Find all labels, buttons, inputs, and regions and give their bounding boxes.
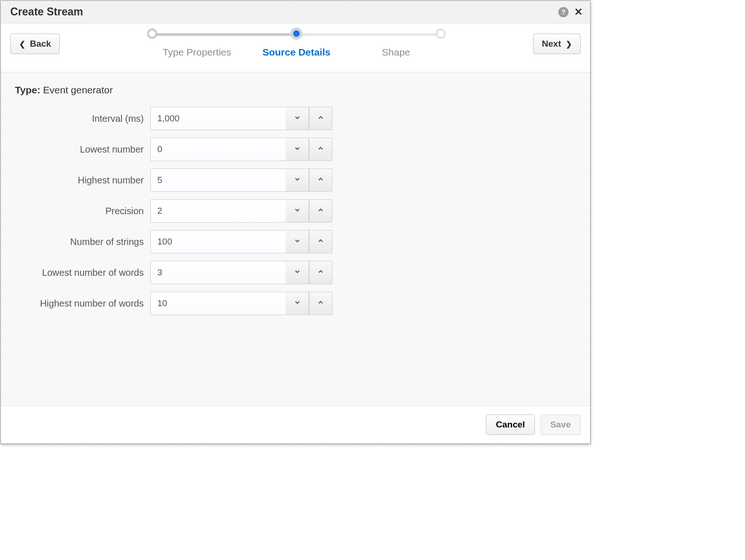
create-stream-dialog: Create Stream ? ✕ ❮ Back Type Properties <box>0 0 590 444</box>
number-spinner <box>150 138 332 161</box>
chevron-down-icon <box>294 145 301 154</box>
decrement-button[interactable] <box>286 261 309 284</box>
help-icon[interactable]: ? <box>558 7 569 17</box>
increment-button[interactable] <box>309 199 332 223</box>
increment-button[interactable] <box>309 292 332 315</box>
form-grid: Interval (ms)Lowest numberHighest number… <box>15 107 576 315</box>
chevron-up-icon <box>317 206 324 216</box>
dialog-footer: Cancel Save <box>1 406 590 443</box>
type-value: Event generator <box>43 84 112 95</box>
number-input[interactable] <box>150 138 286 161</box>
chevron-down-icon <box>294 268 301 277</box>
back-button[interactable]: ❮ Back <box>10 34 60 54</box>
number-spinner <box>150 107 332 130</box>
decrement-button[interactable] <box>286 199 309 223</box>
number-input[interactable] <box>150 230 286 253</box>
decrement-button[interactable] <box>286 292 309 315</box>
chevron-up-icon <box>317 237 324 246</box>
increment-button[interactable] <box>309 107 332 130</box>
field-label: Highest number of words <box>15 298 150 309</box>
field-label: Lowest number of words <box>15 267 150 278</box>
chevron-left-icon: ❮ <box>19 40 25 49</box>
chevron-right-icon: ❯ <box>566 40 572 49</box>
field-label: Lowest number <box>15 144 150 155</box>
step-label-type-properties[interactable]: Type Properties <box>147 47 246 58</box>
next-button-label: Next <box>542 39 561 49</box>
stepper: Type Properties Source Details Shape <box>60 30 533 58</box>
increment-button[interactable] <box>309 138 332 161</box>
type-line: Type: Event generator <box>15 84 576 96</box>
chevron-down-icon <box>294 299 301 308</box>
decrement-button[interactable] <box>286 230 309 253</box>
decrement-button[interactable] <box>286 168 309 192</box>
back-button-label: Back <box>30 39 51 49</box>
increment-button[interactable] <box>309 261 332 284</box>
chevron-down-icon <box>294 114 301 123</box>
number-input[interactable] <box>150 168 286 192</box>
number-input[interactable] <box>150 292 286 315</box>
close-icon[interactable]: ✕ <box>574 7 583 17</box>
dialog-title: Create Stream <box>10 6 83 18</box>
increment-button[interactable] <box>309 168 332 192</box>
step-label-shape[interactable]: Shape <box>346 47 446 58</box>
number-spinner <box>150 261 332 284</box>
chevron-up-icon <box>317 175 324 185</box>
chevron-down-icon <box>294 237 301 246</box>
number-input[interactable] <box>150 261 286 284</box>
step-dot-type-properties[interactable] <box>147 28 157 39</box>
number-input[interactable] <box>150 199 286 223</box>
cancel-button[interactable]: Cancel <box>486 414 534 435</box>
decrement-button[interactable] <box>286 138 309 161</box>
field-label: Highest number <box>15 175 150 186</box>
number-input[interactable] <box>150 107 286 130</box>
chevron-down-icon <box>294 175 301 185</box>
dialog-body: Type: Event generator Interval (ms)Lowes… <box>1 72 590 406</box>
increment-button[interactable] <box>309 230 332 253</box>
field-label: Number of strings <box>15 237 150 247</box>
chevron-up-icon <box>317 268 324 277</box>
number-spinner <box>150 168 332 192</box>
save-button[interactable]: Save <box>541 414 581 435</box>
step-dot-source-details[interactable] <box>290 28 302 40</box>
type-label: Type: <box>15 84 40 95</box>
stepper-track-completed <box>154 33 303 36</box>
decrement-button[interactable] <box>286 107 309 130</box>
field-label: Precision <box>15 206 150 217</box>
chevron-down-icon <box>294 206 301 216</box>
chevron-up-icon <box>317 114 324 123</box>
number-spinner <box>150 292 332 315</box>
field-label: Interval (ms) <box>15 113 150 124</box>
step-label-source-details[interactable]: Source Details <box>246 47 346 58</box>
stepper-track-upcoming <box>296 33 439 36</box>
next-button[interactable]: Next ❯ <box>533 34 581 54</box>
number-spinner <box>150 230 332 253</box>
chevron-up-icon <box>317 299 324 308</box>
wizard-nav: ❮ Back Type Properties Source Details Sh… <box>1 23 590 72</box>
step-dot-shape[interactable] <box>436 28 446 39</box>
chevron-up-icon <box>317 145 324 154</box>
number-spinner <box>150 199 332 223</box>
dialog-header: Create Stream ? ✕ <box>1 1 590 23</box>
